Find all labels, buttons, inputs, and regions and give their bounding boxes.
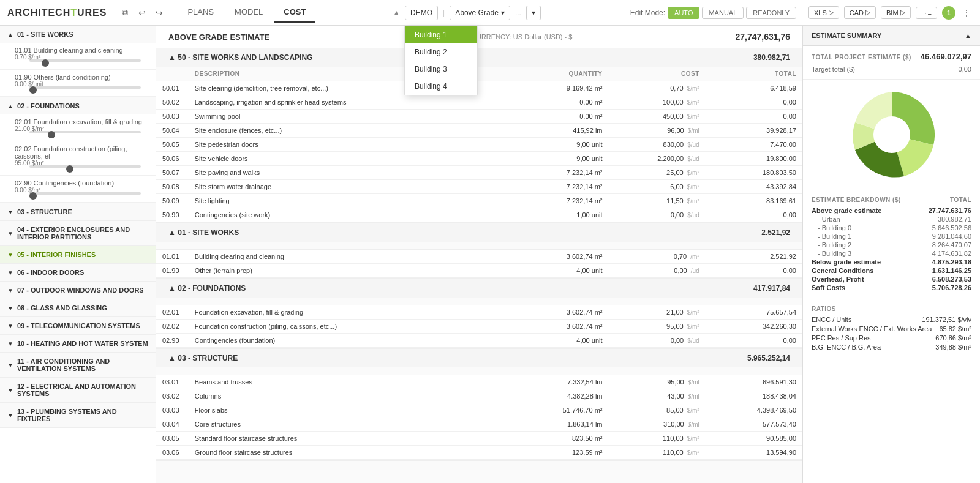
building-3-option[interactable]: Building 3 [405,61,477,78]
breakdown-section: ESTIMATE BREAKDOWN ($) TOTAL Above grade… [803,190,980,299]
row-qty: 4.382,28 lm [480,389,609,403]
sidebar-item-electrical[interactable]: ▼ 12 - ELECTRICAL AND AUTOMATION SYSTEMS [0,378,156,402]
table-row: 50.01 Site clearing (demolition, tree re… [156,81,802,95]
table-row: 02.01 Foundation excavation, fill & grad… [156,305,802,320]
navigate-button[interactable]: →≡ [916,7,937,19]
sidebar-label-06: 06 - INDOOR DOORS [17,269,84,276]
list-item: 01.01 Building clearing and cleaning 0.7… [0,43,156,70]
col-total [706,367,802,375]
collapse-icon[interactable]: ▲ [965,32,971,39]
panel-header: ESTIMATE SUMMARY ▲ [803,26,980,46]
copy-icon[interactable]: ⧉ [119,7,131,19]
sidebar-section-08: ▼ 08 - GLASS AND GLASSING [0,299,156,317]
sidebar-section-06: ▼ 06 - INDOOR DOORS [0,264,156,282]
row-num: 50.04 [156,124,189,138]
sidebar-item-outdoor-windows[interactable]: ▼ 07 - OUTDOOR WINDOWS AND DOORS [0,282,156,299]
more-options-icon[interactable]: ⋮ [960,7,973,19]
sidebar-item-exterior[interactable]: ▼ 04 - EXTERIOR ENCLOSURES AND INTERIOR … [0,221,156,245]
xls-label: XLS [814,9,827,17]
section-03: ▲ 03 - STRUCTURE 5.965.252,14 03 [156,349,802,461]
row-total: 43.392,84 [706,180,802,194]
export-cad-icon: ▷ [865,9,870,17]
building-4-option[interactable]: Building 4 [405,78,477,95]
sidebar-item-site-works[interactable]: ▲ 01 - SITE WORKS [0,26,156,43]
row-cost: 6,00 $/m² [609,180,706,194]
chevron-down-icon2: ▾ [532,9,535,17]
expand-icon: ▼ [7,287,13,294]
row-total: 0,00 [706,264,802,278]
sidebar-item-telecom[interactable]: ▼ 09 - TELECOMMUNICATION SYSTEMS [0,317,156,334]
row-num: 01.90 [156,264,189,278]
sidebar-section-07: ▼ 07 - OUTDOOR WINDOWS AND DOORS [0,282,156,299]
expand-icon: ▼ [7,323,13,329]
bim-button[interactable]: BIM ▷ [881,6,911,19]
mode-readonly[interactable]: READONLY [746,7,796,19]
sidebar-item-heating[interactable]: ▼ 10 - HEATING AND HOT WATER SYSTEM [0,335,156,352]
row-qty: 7.332,54 lm [480,375,609,389]
list-item: 02.02 Foundation construction (piling, c… [0,141,156,176]
sidebar-item-foundations[interactable]: ▲ 02 - FOUNDATIONS [0,97,156,114]
row-qty: 51.746,70 m² [480,403,609,417]
section-03-title[interactable]: ▲ 03 - STRUCTURE 5.965.252,14 [156,349,802,367]
export-icon: ▷ [829,9,834,17]
xls-button[interactable]: XLS ▷ [809,6,839,19]
row-desc: Other (terrain prep) [189,264,480,278]
redo-icon[interactable]: ↪ [153,7,165,19]
row-desc: Site storm water drainage [189,180,480,194]
row-cost: 43,00 $/ml [609,389,706,403]
demo-button[interactable]: DEMO [405,6,438,20]
sidebar-section-04: ▼ 04 - EXTERIOR ENCLOSURES AND INTERIOR … [0,221,156,246]
row-qty: 1.863,14 lm [480,417,609,432]
row-total: 4.398.469,50 [706,403,802,417]
sidebar-item-plumbing[interactable]: ▼ 13 - PLUMBING SYSTEMS AND FIXTURES [0,403,156,427]
row-total: 83.169,61 [706,194,802,208]
breakdown-label: Above grade estimate [812,207,881,214]
section-50-title[interactable]: ▲ 50 - SITE WORKS AND LANDSCAPING 380.98… [156,48,802,67]
breakdown-label: Soft Costs [812,284,845,291]
table-row: 03.05 Standard floor staircase structure… [156,432,802,446]
row-qty: 4,00 unit [480,264,609,278]
user-avatar[interactable]: 1 [942,6,956,20]
table-row: 50.03 Swimming pool 0,00 m² 450,00 $/m² … [156,110,802,124]
row-desc: Landscaping, irrigation and sprinkler he… [189,95,480,110]
mode-auto[interactable]: AUTO [668,7,699,19]
above-grade-dropdown[interactable]: Above Grade ▾ [450,6,510,20]
above-grade-label: Above Grade [455,9,499,17]
undo-icon[interactable]: ↩ [136,7,148,19]
sidebar-label-09: 09 - TELECOMMUNICATION SYSTEMS [17,322,140,329]
total-label: TOTAL PROJECT ESTIMATE ($) [812,54,911,61]
sidebar-section-02: ▲ 02 - FOUNDATIONS 02.01 Foundation exca… [0,97,156,203]
building-dropdown[interactable]: ▾ [526,6,541,20]
section-01-title[interactable]: ▲ 01 - SITE WORKS 2.521,92 [156,223,802,242]
tab-plans[interactable]: PLANS [178,2,224,23]
sidebar-item-aircon[interactable]: ▼ 11 - AIR CONDITIONING AND VENTILATION … [0,353,156,377]
sidebar-item-indoor-doors[interactable]: ▼ 06 - INDOOR DOORS [0,264,156,281]
table-row: 50.02 Landscaping, irrigation and sprink… [156,95,802,110]
col-total [706,242,802,250]
tab-cost[interactable]: COST [274,2,315,23]
cad-button[interactable]: CAD ▷ [844,6,876,19]
ratio-label: External Works ENCC / Ext. Works Area [812,325,932,332]
breakdown-row: - Building 34.174.631,82 [812,250,971,257]
section-03-table: 03.01 Beams and trusses 7.332,54 lm 95,0… [156,367,802,460]
building-2-option[interactable]: Building 2 [405,43,477,61]
sidebar-item-interior-finishes[interactable]: ▼ 05 - INTERIOR FINISHES [0,246,156,263]
mode-manual[interactable]: MANUAL [702,7,744,19]
row-qty: 3.602,74 m² [480,250,609,264]
sidebar-item-structure[interactable]: ▼ 03 - STRUCTURE [0,203,156,220]
sidebar-label-08: 08 - GLASS AND GLASSING [17,304,107,312]
col-desc [189,242,480,250]
ratio-value: 670,86 $/m² [935,334,971,342]
sub-item-label: 02.01 Foundation excavation, fill & grad… [15,118,148,125]
row-desc: Foundation construction (piling, caisson… [189,320,480,334]
col-header-total: TOTAL [706,67,802,81]
ratio-row: External Works ENCC / Ext. Works Area65,… [812,325,971,332]
row-num: 50.01 [156,81,189,95]
table-row: 03.01 Beams and trusses 7.332,54 lm 95,0… [156,375,802,389]
row-num: 50.06 [156,152,189,166]
building-1-option[interactable]: Building 1 [405,26,477,43]
tab-model[interactable]: MODEL [225,2,273,23]
list-item: 02.90 Contingencies (foundation) 0.00 $/… [0,176,156,203]
sidebar-item-glass[interactable]: ▼ 08 - GLASS AND GLASSING [0,299,156,316]
section-02-title[interactable]: ▲ 02 - FOUNDATIONS 417.917,84 [156,279,802,298]
